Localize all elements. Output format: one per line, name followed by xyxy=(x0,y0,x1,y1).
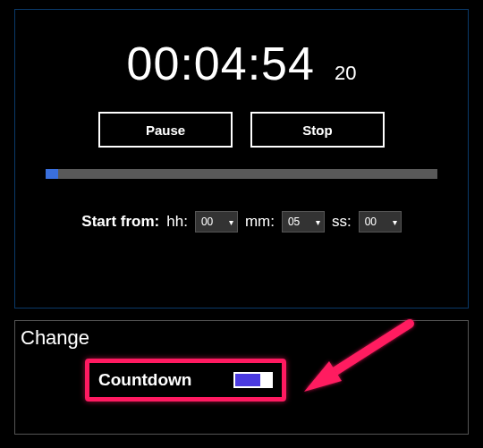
timer-button-row: Pause Stop xyxy=(15,112,468,148)
hh-value: 00 xyxy=(201,216,213,228)
chevron-down-icon: ▾ xyxy=(393,217,397,227)
progress-fill xyxy=(46,169,58,179)
start-from-row: Start from: hh: 00 ▾ mm: 05 ▾ ss: 00 ▾ xyxy=(15,211,468,232)
pause-button[interactable]: Pause xyxy=(98,112,233,148)
ss-label: ss: xyxy=(332,213,352,231)
stop-button[interactable]: Stop xyxy=(250,112,385,148)
mm-label: mm: xyxy=(245,213,275,231)
mm-select[interactable]: 05 ▾ xyxy=(282,211,325,232)
timer-main-time: 00:04:54 xyxy=(127,37,315,90)
countdown-highlight-box: Countdown xyxy=(85,359,286,402)
ss-select[interactable]: 00 ▾ xyxy=(359,211,402,232)
ss-value: 00 xyxy=(365,216,377,228)
hh-select[interactable]: 00 ▾ xyxy=(195,211,238,232)
timer-panel: 00:04:54 20 Pause Stop Start from: hh: 0… xyxy=(14,9,469,309)
start-from-label: Start from: xyxy=(81,213,159,231)
timer-sub-time: 20 xyxy=(335,62,356,85)
chevron-down-icon: ▾ xyxy=(316,217,320,227)
time-display-row: 00:04:54 20 xyxy=(15,37,468,90)
countdown-toggle[interactable] xyxy=(233,372,273,388)
toggle-thumb xyxy=(260,374,271,386)
change-title: Change xyxy=(15,321,468,350)
countdown-label: Countdown xyxy=(98,370,191,390)
hh-label: hh: xyxy=(166,213,188,231)
change-panel: Change Countdown xyxy=(14,320,469,435)
progress-bar[interactable] xyxy=(46,169,437,179)
chevron-down-icon: ▾ xyxy=(229,217,233,227)
mm-value: 05 xyxy=(288,216,300,228)
